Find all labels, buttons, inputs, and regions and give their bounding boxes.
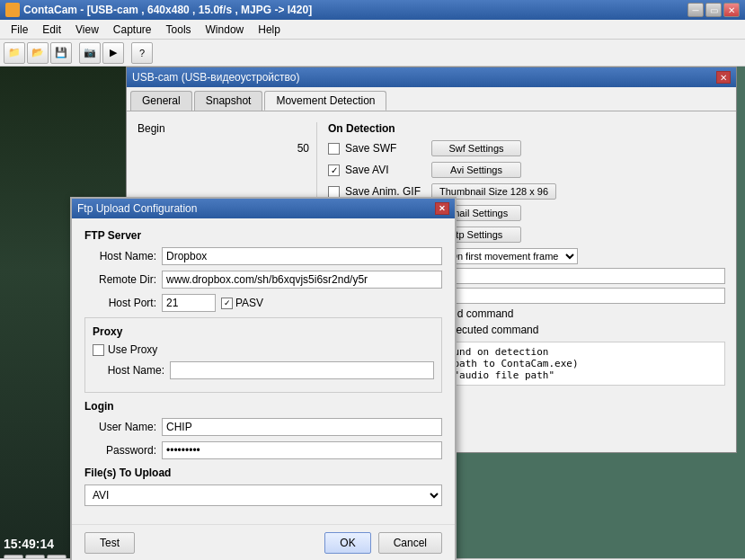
- toolbar-open[interactable]: 📂: [27, 42, 49, 64]
- ftp-close-button[interactable]: ✕: [435, 202, 449, 215]
- avi-label: Save AVI: [345, 164, 426, 176]
- toolbar-new[interactable]: 📁: [4, 42, 25, 64]
- tab-bar: General Snapshot Movement Detection: [127, 87, 736, 111]
- swf-checkbox[interactable]: [328, 143, 340, 155]
- pasv-check: PASV: [221, 297, 263, 309]
- avi-settings-btn[interactable]: Avi Settings: [431, 162, 521, 178]
- files-dropdown[interactable]: AVI: [84, 484, 442, 506]
- menu-tools[interactable]: Tools: [159, 22, 199, 38]
- proxy-host-row: Host Name:: [93, 361, 434, 379]
- menu-window[interactable]: Window: [199, 22, 252, 38]
- tab-movement-detection[interactable]: Movement Detection: [264, 91, 386, 111]
- toolbar-help[interactable]: ?: [131, 42, 153, 64]
- menu-help[interactable]: Help: [251, 22, 288, 38]
- password-input[interactable]: [162, 441, 442, 459]
- host-name-input[interactable]: [162, 247, 442, 265]
- pasv-label: PASV: [235, 297, 263, 309]
- ftp-dialog: Ftp Upload Configuration ✕ FTP Server Ho…: [70, 197, 457, 560]
- ftp-footer: Test OK Cancel: [72, 524, 455, 560]
- use-proxy-row: Use Proxy: [93, 343, 434, 356]
- toolbar-rec[interactable]: ▶: [102, 42, 124, 64]
- proxy-host-input[interactable]: [170, 361, 434, 379]
- main-area: 15:49:14 ▶ 📷 ⚙ USB-cam (USB-видеоустройс…: [0, 67, 745, 560]
- login-label: Login: [84, 400, 442, 413]
- password-label: Password:: [84, 444, 156, 457]
- app-icon: [5, 3, 20, 17]
- detection-row-avi: Save AVI Avi Settings: [328, 162, 725, 178]
- menu-view[interactable]: View: [68, 22, 106, 38]
- ftp-title-bar: Ftp Upload Configuration ✕: [72, 199, 455, 218]
- execute-select[interactable]: On first movement frame: [441, 248, 578, 264]
- ftp-server-label: FTP Server: [84, 229, 442, 242]
- host-port-row: Host Port: PASV: [84, 294, 442, 312]
- host-name-label: Host Name:: [84, 250, 156, 262]
- files-label: File(s) To Upload: [84, 467, 442, 479]
- host-port-label: Host Port:: [84, 297, 156, 309]
- username-input[interactable]: [162, 418, 442, 436]
- swf-settings-btn[interactable]: Swf Settings: [431, 140, 521, 156]
- title-bar-buttons: ─ ▭ ✕: [687, 3, 740, 17]
- use-proxy-label: Use Proxy: [108, 343, 157, 356]
- close-button[interactable]: ✕: [723, 3, 740, 17]
- menu-edit[interactable]: Edit: [35, 22, 68, 38]
- toolbar-save[interactable]: 💾: [50, 42, 72, 64]
- host-port-input[interactable]: [162, 294, 216, 312]
- on-detection-label: On Detection: [328, 122, 725, 135]
- remote-dir-row: Remote Dir:: [84, 271, 442, 289]
- title-bar-text: ContaCam - [USB-cam , 640x480 , 15.0f/s …: [23, 4, 687, 16]
- cancel-button[interactable]: Cancel: [378, 532, 442, 554]
- usb-dialog-title-text: USB-cam (USB-видеоустройство): [132, 71, 299, 84]
- restore-button[interactable]: ▭: [705, 3, 722, 17]
- login-section: Login User Name: Password:: [84, 400, 442, 459]
- password-row: Password:: [84, 441, 442, 459]
- tab-general[interactable]: General: [130, 91, 192, 111]
- minimize-button[interactable]: ─: [687, 3, 704, 17]
- tab-snapshot[interactable]: Snapshot: [194, 91, 263, 111]
- menu-file[interactable]: File: [4, 22, 35, 38]
- test-button[interactable]: Test: [84, 532, 135, 554]
- toolbar: 📁 📂 💾 📷 ▶ ?: [0, 40, 745, 67]
- files-section: File(s) To Upload AVI: [84, 467, 442, 506]
- use-proxy-checkbox[interactable]: [93, 344, 104, 356]
- title-bar: ContaCam - [USB-cam , 640x480 , 15.0f/s …: [0, 0, 745, 20]
- username-row: User Name:: [84, 418, 442, 436]
- ok-button[interactable]: OK: [324, 532, 370, 554]
- usb-dialog-title: USB-cam (USB-видеоустройство) ✕: [127, 67, 736, 87]
- menu-bar: File Edit View Capture Tools Window Help: [0, 20, 745, 40]
- username-label: User Name:: [84, 421, 156, 433]
- gif-checkbox[interactable]: [328, 186, 340, 198]
- ftp-content: FTP Server Host Name: Remote Dir: Host P…: [72, 218, 455, 524]
- remote-dir-input[interactable]: [162, 271, 442, 289]
- proxy-section: Proxy Use Proxy Host Name:: [84, 317, 442, 393]
- proxy-title: Proxy: [93, 325, 434, 338]
- remote-dir-label: Remote Dir:: [84, 273, 156, 286]
- timestamp: 15:49:14: [4, 537, 54, 551]
- ftp-title-text: Ftp Upload Configuration: [77, 202, 197, 215]
- avi-checkbox[interactable]: [328, 164, 340, 176]
- gif-label: Save Anim. GIF: [345, 185, 426, 198]
- host-name-row: Host Name:: [84, 247, 442, 265]
- swf-label: Save SWF: [345, 142, 426, 155]
- pasv-checkbox[interactable]: [221, 298, 233, 309]
- menu-capture[interactable]: Capture: [106, 22, 159, 38]
- detection-row-swf: Save SWF Swf Settings: [328, 140, 725, 156]
- usb-dialog-close-button[interactable]: ✕: [716, 71, 731, 84]
- toolbar-cam[interactable]: 📷: [79, 42, 101, 64]
- proxy-host-label: Host Name:: [93, 364, 164, 377]
